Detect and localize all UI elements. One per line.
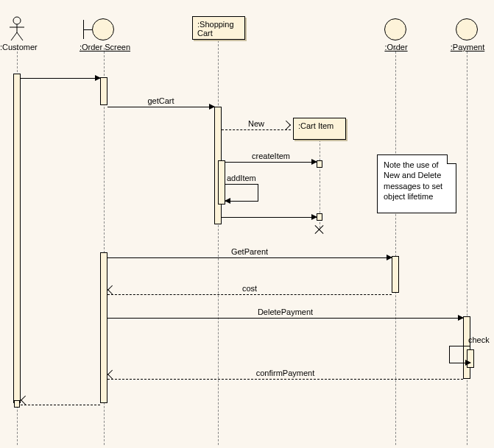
customer-label: :Customer [0, 43, 35, 51]
msg-check [449, 346, 470, 363]
shopping-cart-label: :Shopping Cart [197, 20, 234, 38]
order-label: :Order [383, 43, 409, 51]
svg-line-4 [17, 32, 23, 40]
msg-cost: cost [107, 287, 392, 296]
shopping-cart-head: :Shopping Cart [192, 16, 245, 40]
lifeline-shopping-cart [218, 40, 219, 445]
msg-confirmpayment: confirmPayment [107, 371, 463, 380]
svg-line-3 [11, 32, 17, 40]
msg-deletepayment: DeletePayment [107, 310, 463, 319]
msg-getcart-label: getCart [107, 96, 214, 105]
destroy-x [314, 224, 325, 235]
svg-point-0 [13, 17, 21, 24]
act-customer-end [14, 400, 20, 408]
msg-confirmpayment-label: confirmPayment [107, 369, 463, 377]
act-item-1 [317, 160, 322, 168]
note: Note the use of New and Delete messages … [377, 154, 456, 213]
msg-getparent: GetParent [107, 250, 392, 259]
cart-item-label: :Cart Item [298, 121, 334, 130]
msg-new-label: New [222, 119, 291, 128]
boundary-icon [83, 18, 127, 40]
note-text: Note the use of New and Delete messages … [384, 160, 442, 201]
msg-new: New [222, 122, 291, 131]
act-orderscreen-1 [100, 77, 107, 105]
msg-start [21, 71, 100, 79]
lifeline-payment [467, 48, 467, 445]
msg-deletepayment-label: DeletePayment [107, 307, 463, 316]
cart-item-head: :Cart Item [293, 118, 346, 140]
msg-getparent-label: GetParent [107, 247, 392, 256]
act-customer [13, 74, 21, 403]
msg-return-customer [21, 397, 100, 406]
msg-additem: addItem [225, 184, 258, 202]
payment-icon [456, 18, 478, 40]
msg-createitem: createItem [225, 154, 317, 163]
act-item-2 [317, 213, 322, 221]
act-orderscreen-2 [100, 252, 107, 403]
act-order [392, 256, 399, 293]
msg-additem-label: addItem [227, 174, 256, 182]
lifeline-order [395, 48, 396, 445]
msg-getcart: getCart [107, 99, 214, 108]
order-icon [384, 18, 406, 40]
actor-icon [8, 16, 26, 41]
order-screen-label: :Order Screen [77, 43, 133, 51]
msg-destroy-item [222, 210, 317, 218]
msg-cost-label: cost [107, 284, 392, 293]
payment-label: :Payment [449, 43, 486, 51]
msg-check-label: check [468, 335, 490, 344]
msg-createitem-label: createItem [225, 152, 317, 160]
